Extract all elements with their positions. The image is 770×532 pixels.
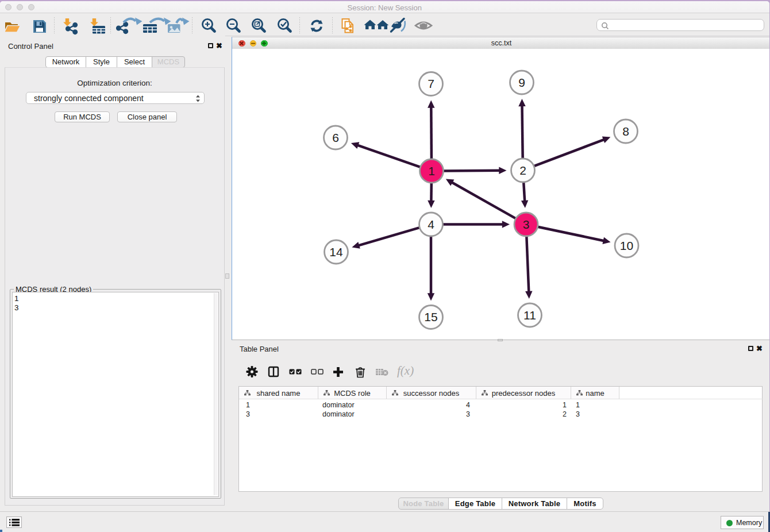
svg-text:6: 6 xyxy=(332,131,339,144)
svg-text:9: 9 xyxy=(518,76,525,89)
svg-text:3: 3 xyxy=(523,218,530,231)
svg-text:11: 11 xyxy=(523,309,536,322)
svg-text:14: 14 xyxy=(329,245,343,259)
svg-text:2: 2 xyxy=(519,164,526,177)
svg-text:10: 10 xyxy=(620,239,633,252)
svg-text:7: 7 xyxy=(428,77,434,90)
svg-text:8: 8 xyxy=(622,125,629,138)
svg-text:4: 4 xyxy=(428,218,434,231)
svg-text:15: 15 xyxy=(424,310,437,323)
svg-text:1: 1 xyxy=(428,164,435,178)
